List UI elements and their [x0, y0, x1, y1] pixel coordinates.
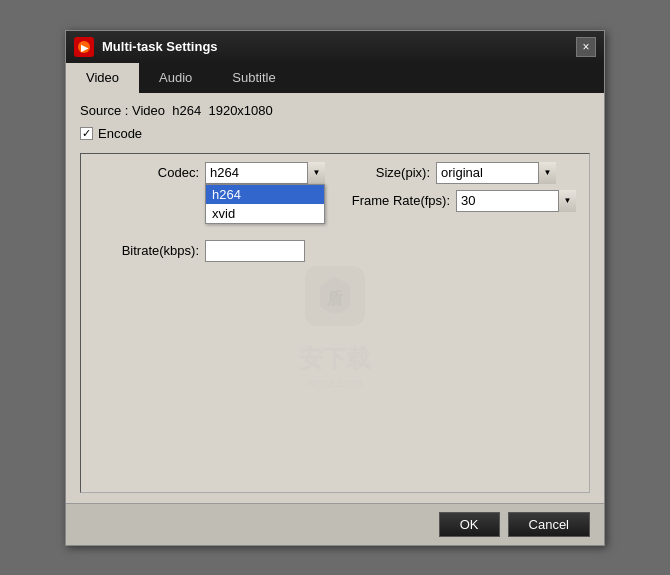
framerate-select-wrapper: 30 ▼	[456, 190, 576, 212]
tab-content: Source : Video h264 1920x1080 Encode Cod…	[66, 93, 604, 503]
settings-panel: Codec: h264 ▼ h264	[80, 153, 590, 493]
svg-text:▶: ▶	[81, 43, 89, 53]
titlebar: ▶ Multi-task Settings ×	[66, 31, 604, 63]
tab-audio[interactable]: Audio	[139, 63, 212, 93]
framerate-field-row: Frame Rate(fps): 30 ▼	[340, 190, 581, 212]
watermark-sub: anxz.com	[295, 375, 375, 390]
size-field-row: Size(pix): original ▼	[340, 162, 581, 184]
framerate-value: 30	[461, 193, 475, 208]
right-column: Size(pix): original ▼ Frame Rate(fps):	[340, 162, 581, 218]
framerate-dropdown-arrow[interactable]: ▼	[558, 190, 576, 212]
encode-label: Encode	[98, 126, 142, 141]
svg-rect-2	[305, 266, 365, 326]
bitrate-input[interactable]	[205, 240, 305, 262]
codec-field-row: Codec: h264 ▼ h264	[89, 162, 330, 184]
dialog-title: Multi-task Settings	[102, 39, 576, 54]
framerate-label: Frame Rate(fps):	[340, 193, 450, 208]
left-column: Codec: h264 ▼ h264	[89, 162, 330, 268]
watermark: 盾 安下载 anxz.com	[295, 256, 375, 390]
codec-value: h264	[210, 165, 239, 180]
dialog-footer: OK Cancel	[66, 503, 604, 545]
size-select-wrapper: original ▼	[436, 162, 556, 184]
size-value: original	[441, 165, 483, 180]
app-icon: ▶	[74, 37, 94, 57]
codec-option-xvid[interactable]: xvid	[206, 204, 324, 223]
tab-subtitle[interactable]: Subtitle	[212, 63, 295, 93]
size-dropdown-arrow[interactable]: ▼	[538, 162, 556, 184]
bitrate-label: Bitrate(kbps):	[89, 243, 199, 258]
svg-text:盾: 盾	[326, 289, 344, 307]
tab-bar: Video Audio Subtitle	[66, 63, 604, 93]
codec-dropdown: h264 xvid	[205, 184, 325, 224]
watermark-text: 安下载	[295, 343, 375, 375]
close-button[interactable]: ×	[576, 37, 596, 57]
cancel-button[interactable]: Cancel	[508, 512, 590, 537]
codec-label: Codec:	[89, 165, 199, 180]
tab-video[interactable]: Video	[66, 63, 139, 93]
size-label: Size(pix):	[340, 165, 430, 180]
encode-checkbox[interactable]	[80, 127, 93, 140]
codec-option-h264[interactable]: h264	[206, 185, 324, 204]
codec-select-wrapper: h264 ▼ h264 xvid	[205, 162, 325, 184]
source-info: Source : Video h264 1920x1080	[80, 103, 590, 118]
encode-row: Encode	[80, 126, 590, 141]
main-dialog: ▶ Multi-task Settings × Video Audio Subt…	[65, 30, 605, 546]
ok-button[interactable]: OK	[439, 512, 500, 537]
bitrate-field-row: Bitrate(kbps):	[89, 240, 330, 262]
codec-dropdown-arrow[interactable]: ▼	[307, 162, 325, 184]
